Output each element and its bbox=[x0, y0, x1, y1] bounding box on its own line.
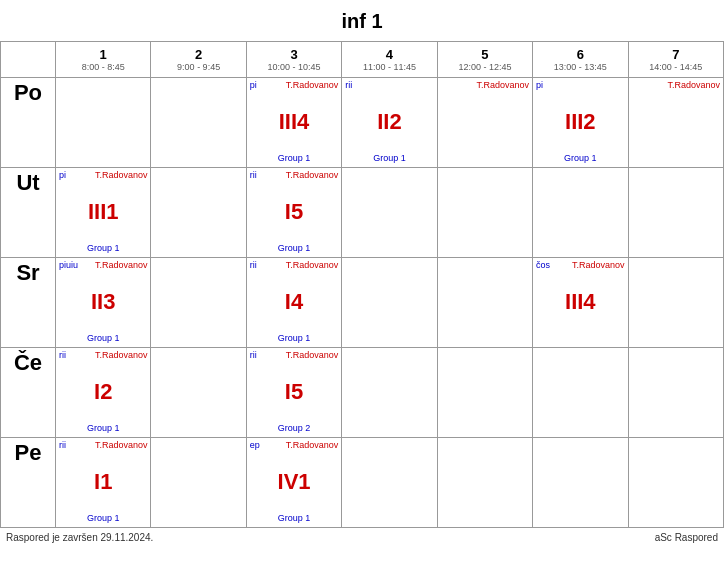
header-day-empty bbox=[1, 42, 56, 78]
cell-bottom-text: Group 1 bbox=[278, 513, 311, 523]
cell-top-right: T.Radovanov bbox=[667, 80, 720, 90]
cell-main-text: III2 bbox=[565, 108, 596, 134]
cell-Sr-5 bbox=[437, 258, 532, 348]
cell-bottom-text: Group 1 bbox=[87, 333, 120, 343]
col-time: 13:00 - 13:45 bbox=[536, 62, 624, 72]
cell-Pe-1: riiT.RadovanovI1Group 1 bbox=[56, 438, 151, 528]
cell-bottom-text: Group 1 bbox=[373, 153, 406, 163]
cell-top-right: T.Radovanov bbox=[477, 80, 530, 90]
cell-bottom-text: Group 1 bbox=[278, 243, 311, 253]
col-num: 5 bbox=[441, 47, 529, 62]
cell-bottom-text: Group 1 bbox=[87, 423, 120, 433]
cell-top-right: T.Radovanov bbox=[286, 350, 339, 360]
cell-Sr-4 bbox=[342, 258, 437, 348]
cell-top-right: T.Radovanov bbox=[286, 80, 339, 90]
page-title: inf 1 bbox=[0, 0, 724, 41]
row-Pe: PeriiT.RadovanovI1Group 1epT.RadovanovIV… bbox=[1, 438, 724, 528]
cell-Ut-4 bbox=[342, 168, 437, 258]
cell-Pe-4 bbox=[342, 438, 437, 528]
cell-Pe-2 bbox=[151, 438, 246, 528]
cell-top-right: T.Radovanov bbox=[286, 260, 339, 270]
cell-main-text: I5 bbox=[285, 198, 303, 224]
cell-Ut-7 bbox=[628, 168, 723, 258]
cell-Po-5: T.Radovanov bbox=[437, 78, 532, 168]
cell-Po-4: riiII2Group 1 bbox=[342, 78, 437, 168]
row-Če: ČeriiT.RadovanovI2Group 1riiT.RadovanovI… bbox=[1, 348, 724, 438]
cell-top-left: rii bbox=[250, 170, 257, 180]
schedule-table: 18:00 - 8:4529:00 - 9:45310:00 - 10:4541… bbox=[0, 41, 724, 528]
header-col-2: 29:00 - 9:45 bbox=[151, 42, 246, 78]
cell-Ut-5 bbox=[437, 168, 532, 258]
cell-bottom-text: Group 1 bbox=[278, 333, 311, 343]
cell-Pe-5 bbox=[437, 438, 532, 528]
header-col-4: 411:00 - 11:45 bbox=[342, 42, 437, 78]
cell-Ut-3: riiT.RadovanovI5Group 1 bbox=[246, 168, 341, 258]
cell-top-right: T.Radovanov bbox=[95, 260, 148, 270]
cell-Po-7: T.Radovanov bbox=[628, 78, 723, 168]
header-col-1: 18:00 - 8:45 bbox=[56, 42, 151, 78]
day-label-Pe: Pe bbox=[1, 438, 56, 528]
cell-Če-6 bbox=[533, 348, 628, 438]
cell-main-text: I4 bbox=[285, 288, 303, 314]
col-time: 12:00 - 12:45 bbox=[441, 62, 529, 72]
col-time: 8:00 - 8:45 bbox=[59, 62, 147, 72]
cell-bottom-text: Group 1 bbox=[564, 153, 597, 163]
cell-top-left: piuiu bbox=[59, 260, 78, 270]
cell-Če-2 bbox=[151, 348, 246, 438]
cell-top-left: ep bbox=[250, 440, 260, 450]
cell-Ut-6 bbox=[533, 168, 628, 258]
cell-Sr-7 bbox=[628, 258, 723, 348]
cell-top-left: pi bbox=[536, 80, 543, 90]
footer-right: aSc Raspored bbox=[655, 532, 718, 543]
cell-main-text: III4 bbox=[565, 288, 596, 314]
cell-top-left: rii bbox=[59, 440, 66, 450]
cell-bottom-text: Group 1 bbox=[278, 153, 311, 163]
cell-main-text: I5 bbox=[285, 378, 303, 404]
cell-Ut-1: piT.RadovanovIII1Group 1 bbox=[56, 168, 151, 258]
cell-Po-6: piIII2Group 1 bbox=[533, 78, 628, 168]
cell-Sr-6: čosT.RadovanovIII4 bbox=[533, 258, 628, 348]
footer-left: Raspored je završen 29.11.2024. bbox=[6, 532, 153, 543]
col-num: 3 bbox=[250, 47, 338, 62]
cell-top-left: pi bbox=[59, 170, 66, 180]
col-time: 11:00 - 11:45 bbox=[345, 62, 433, 72]
cell-Po-3: piT.RadovanovIII4Group 1 bbox=[246, 78, 341, 168]
col-num: 4 bbox=[345, 47, 433, 62]
cell-main-text: I2 bbox=[94, 378, 112, 404]
cell-top-left: rii bbox=[345, 80, 352, 90]
row-Ut: UtpiT.RadovanovIII1Group 1riiT.Radovanov… bbox=[1, 168, 724, 258]
col-num: 2 bbox=[154, 47, 242, 62]
header-col-6: 613:00 - 13:45 bbox=[533, 42, 628, 78]
cell-bottom-text: Group 1 bbox=[87, 513, 120, 523]
cell-top-left: rii bbox=[250, 260, 257, 270]
cell-Sr-1: piuiuT.RadovanovII3Group 1 bbox=[56, 258, 151, 348]
cell-main-text: III1 bbox=[88, 198, 119, 224]
cell-bottom-text: Group 2 bbox=[278, 423, 311, 433]
cell-top-right: T.Radovanov bbox=[286, 170, 339, 180]
cell-main-text: IV1 bbox=[278, 468, 311, 494]
cell-Če-1: riiT.RadovanovI2Group 1 bbox=[56, 348, 151, 438]
cell-top-right: T.Radovanov bbox=[286, 440, 339, 450]
cell-top-left: pi bbox=[250, 80, 257, 90]
col-time: 14:00 - 14:45 bbox=[632, 62, 720, 72]
cell-main-text: I1 bbox=[94, 468, 112, 494]
cell-top-left: rii bbox=[59, 350, 66, 360]
day-label-Po: Po bbox=[1, 78, 56, 168]
cell-Sr-3: riiT.RadovanovI4Group 1 bbox=[246, 258, 341, 348]
cell-top-right: T.Radovanov bbox=[572, 260, 625, 270]
cell-main-text: II3 bbox=[91, 288, 115, 314]
cell-top-right: T.Radovanov bbox=[95, 440, 148, 450]
cell-top-right: T.Radovanov bbox=[95, 350, 148, 360]
cell-top-right: T.Radovanov bbox=[95, 170, 148, 180]
cell-Po-1 bbox=[56, 78, 151, 168]
col-time: 10:00 - 10:45 bbox=[250, 62, 338, 72]
day-label-Ut: Ut bbox=[1, 168, 56, 258]
row-Sr: SrpiuiuT.RadovanovII3Group 1riiT.Radovan… bbox=[1, 258, 724, 348]
row-Po: PopiT.RadovanovIII4Group 1riiII2Group 1T… bbox=[1, 78, 724, 168]
cell-top-left: rii bbox=[250, 350, 257, 360]
header-col-5: 512:00 - 12:45 bbox=[437, 42, 532, 78]
cell-Pe-3: epT.RadovanovIV1Group 1 bbox=[246, 438, 341, 528]
col-num: 7 bbox=[632, 47, 720, 62]
day-label-Sr: Sr bbox=[1, 258, 56, 348]
cell-main-text: III4 bbox=[279, 108, 310, 134]
